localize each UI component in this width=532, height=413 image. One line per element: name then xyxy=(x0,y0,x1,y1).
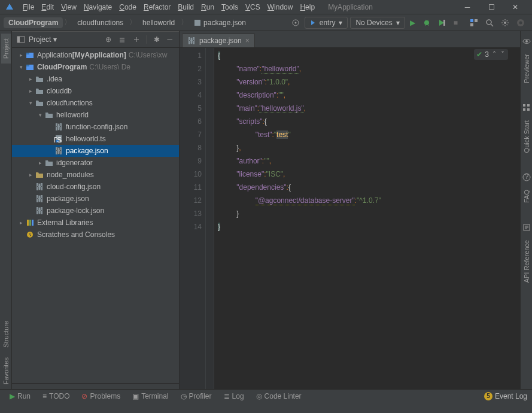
breadcrumb-item[interactable]: CloudProgram xyxy=(4,17,63,28)
line-number[interactable]: 5 xyxy=(180,102,202,115)
chevron-right-icon[interactable]: ▸ xyxy=(17,220,25,226)
line-number[interactable]: 8 xyxy=(180,141,202,154)
line-number-gutter[interactable]: 1234567891011121314 xyxy=(180,48,206,389)
line-number[interactable]: 4 xyxy=(180,89,202,102)
expand-all-icon[interactable] xyxy=(117,36,127,43)
window-minimize-button[interactable]: ─ xyxy=(455,0,479,14)
chevron-right-icon[interactable]: ▸ xyxy=(26,88,35,94)
menu-vcs[interactable]: VCS xyxy=(242,3,264,11)
line-number[interactable]: 6 xyxy=(180,115,202,128)
project-view-selector[interactable]: Project ▾ xyxy=(29,35,57,44)
tab-code-linter[interactable]: ◎Code Linter xyxy=(251,390,306,402)
editor-tab-package-json[interactable]: {} package.json × xyxy=(182,34,255,47)
tree-row[interactable]: ▾helloworld xyxy=(12,109,179,121)
chevron-right-icon[interactable]: ▸ xyxy=(26,172,35,178)
tab-project[interactable]: Project xyxy=(1,34,11,63)
faq-icon[interactable]: ? xyxy=(522,173,531,181)
device-selector[interactable]: No Devices ▾ xyxy=(350,17,405,29)
line-number[interactable]: 9 xyxy=(180,154,202,168)
tab-previewer[interactable]: Previewer xyxy=(522,49,531,88)
locate-icon[interactable] xyxy=(288,17,303,28)
line-number[interactable]: 7 xyxy=(180,128,202,141)
prev-highlight-icon[interactable]: ˄ xyxy=(491,50,497,59)
debug-button[interactable] xyxy=(419,17,434,28)
collapse-all-icon[interactable] xyxy=(131,36,142,43)
menu-tools[interactable]: Tools xyxy=(218,3,242,11)
fold-gutter[interactable] xyxy=(206,48,214,389)
line-number[interactable]: 2 xyxy=(180,62,202,75)
menu-window[interactable]: Window xyxy=(264,3,297,11)
tab-api-reference[interactable]: API Reference xyxy=(522,235,531,288)
hide-button[interactable]: ─ xyxy=(165,35,174,44)
breadcrumb-item[interactable]: cloudfunctions xyxy=(72,17,128,28)
event-log-button[interactable]: 5 Event Log xyxy=(484,392,527,400)
select-opened-file-icon[interactable]: ⊕ xyxy=(104,35,113,44)
stop-button[interactable]: ■ xyxy=(450,17,461,28)
tab-log[interactable]: ≣Log xyxy=(219,390,249,402)
horizontal-scrollbar[interactable] xyxy=(12,383,179,389)
inspection-widget[interactable]: ✔ 3 ˄ ˅ xyxy=(474,49,508,60)
tree-row[interactable]: ▸.idea xyxy=(12,73,179,85)
tab-favorites[interactable]: Favorites xyxy=(1,353,11,389)
search-icon[interactable] xyxy=(482,17,497,28)
line-number[interactable]: 1 xyxy=(180,49,202,62)
tree-row[interactable]: ▸External Libraries xyxy=(12,217,179,229)
grid-icon[interactable] xyxy=(522,104,531,112)
menu-navigate[interactable]: Navigate xyxy=(80,3,115,11)
tab-profiler[interactable]: ◷Profiler xyxy=(176,390,217,402)
help-icon[interactable] xyxy=(513,17,528,28)
breadcrumb-item[interactable]: package.json xyxy=(189,17,251,28)
menu-refactor[interactable]: Refactor xyxy=(140,3,174,11)
line-number[interactable]: 11 xyxy=(180,181,202,194)
run-button[interactable]: ▶ xyxy=(406,17,419,28)
code-editor[interactable]: { "name":"helloworld", "version":"1.0.0"… xyxy=(214,48,520,389)
chevron-down-icon[interactable]: ▾ xyxy=(17,64,25,70)
line-number[interactable]: 12 xyxy=(180,194,202,207)
api-icon[interactable] xyxy=(522,223,531,232)
project-structure-icon[interactable] xyxy=(466,17,482,28)
tree-row[interactable]: ▸idgenerator xyxy=(12,157,179,169)
line-number[interactable]: 13 xyxy=(180,207,202,220)
breadcrumb-item[interactable]: helloworld xyxy=(138,17,180,28)
tree-row[interactable]: {}cloud-config.json xyxy=(12,181,179,193)
window-close-button[interactable]: ✕ xyxy=(503,0,527,14)
tree-row[interactable]: {}function-config.json xyxy=(12,121,179,133)
eye-icon[interactable] xyxy=(522,37,531,45)
chevron-right-icon[interactable]: ▸ xyxy=(36,160,44,166)
coverage-button[interactable] xyxy=(434,17,450,28)
chevron-down-icon[interactable]: ▾ xyxy=(26,100,35,106)
chevron-down-icon[interactable]: ▾ xyxy=(36,112,44,118)
chevron-right-icon[interactable]: ▸ xyxy=(26,76,35,82)
tree-row[interactable]: ▸Application [MyApplication] C:\Users\xw xyxy=(12,49,179,61)
tab-run[interactable]: ▶Run xyxy=(5,390,35,402)
line-number[interactable]: 3 xyxy=(180,75,202,89)
line-number[interactable]: 10 xyxy=(180,168,202,181)
menu-edit[interactable]: Edit xyxy=(38,3,57,11)
close-icon[interactable]: × xyxy=(245,37,250,45)
tree-row[interactable]: ▸clouddb xyxy=(12,85,179,97)
window-maximize-button[interactable]: ☐ xyxy=(479,0,503,14)
chevron-right-icon[interactable]: ▸ xyxy=(17,52,25,58)
menu-code[interactable]: Code xyxy=(115,3,140,11)
tree-row[interactable]: ▾cloudfunctions xyxy=(12,97,179,109)
menu-view[interactable]: View xyxy=(57,3,80,11)
tree-row[interactable]: ▸node_modules xyxy=(12,169,179,181)
tree-row[interactable]: ▾CloudProgram C:\Users\ De xyxy=(12,61,179,73)
menu-build[interactable]: Build xyxy=(174,3,197,11)
tab-quick-start[interactable]: Quick Start xyxy=(522,116,531,157)
tab-problems[interactable]: ⊘Problems xyxy=(77,390,125,402)
menu-file[interactable]: File xyxy=(19,3,38,11)
project-tree[interactable]: ▸Application [MyApplication] C:\Users\xw… xyxy=(12,48,179,383)
run-config-selector[interactable]: entry ▾ xyxy=(305,17,348,29)
menu-help[interactable]: Help xyxy=(296,3,318,11)
tree-row[interactable]: {}package-lock.json xyxy=(12,205,179,217)
tab-structure[interactable]: Structure xyxy=(1,316,11,353)
tab-faq[interactable]: FAQ xyxy=(522,185,531,208)
tree-row[interactable]: {}package.json xyxy=(12,193,179,205)
tab-terminal[interactable]: ▣Terminal xyxy=(127,390,173,402)
tree-row[interactable]: Scratches and Consoles xyxy=(12,229,179,241)
menu-run[interactable]: Run xyxy=(197,3,218,11)
tree-row[interactable]: {}package.json xyxy=(12,145,179,157)
tree-row[interactable]: TShelloworld.ts xyxy=(12,133,179,145)
line-number[interactable]: 14 xyxy=(180,220,202,233)
